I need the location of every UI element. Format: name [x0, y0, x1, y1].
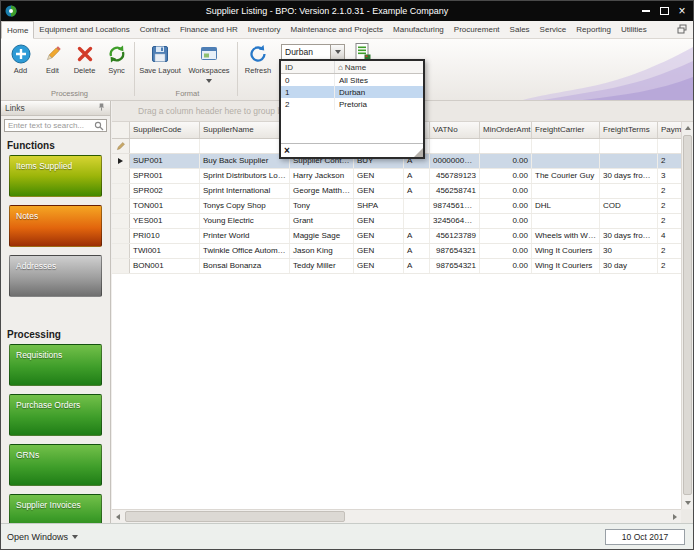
table-row[interactable]: TWI001 Twinkle Office Automation Jason K… — [112, 244, 681, 259]
lookup-cell-name: Pretoria — [335, 98, 423, 110]
lookup-row-all-sites[interactable]: 0 All Sites — [281, 74, 423, 86]
horizontal-scroll-thumb[interactable] — [125, 511, 345, 522]
save-icon — [149, 43, 171, 65]
vertical-scrollbar[interactable] — [681, 122, 693, 509]
cell: 2 — [658, 154, 681, 168]
refresh-button-label: Refresh — [245, 66, 271, 75]
cell: GEN — [354, 169, 404, 183]
cell — [600, 184, 658, 198]
maximize-button[interactable] — [655, 2, 673, 20]
tab-utilities[interactable]: Utilities — [616, 21, 652, 38]
table-row[interactable]: BON001 Bonsai Bonanza Teddy Miller GEN A… — [112, 259, 681, 274]
sidebar-item-notes[interactable]: Notes — [9, 205, 102, 247]
lookup-column-id[interactable]: ID — [281, 61, 335, 73]
cell: A — [404, 259, 430, 273]
refresh-button[interactable]: Refresh — [241, 41, 275, 87]
vertical-scroll-thumb[interactable] — [683, 135, 692, 495]
tab-manufacturing[interactable]: Manufacturing — [388, 21, 449, 38]
sidebar-item-purchase-orders[interactable]: Purchase Orders — [9, 394, 102, 436]
column-header-supplier-code[interactable]: SupplierCode — [130, 122, 200, 138]
edit-button[interactable]: Edit — [37, 41, 68, 87]
table-row[interactable]: SPR001 Sprint Distributors Local Harry J… — [112, 169, 681, 184]
table-row[interactable]: SPR002 Sprint International George Matth… — [112, 184, 681, 199]
table-row[interactable]: PRI010 Printer World Maggie Sage GEN A 4… — [112, 229, 681, 244]
column-header-freight-carrier[interactable]: FreightCarrier — [532, 122, 600, 138]
pencil-icon — [116, 142, 125, 151]
tab-maintenance-and-projects[interactable]: Maintenance and Projects — [286, 21, 389, 38]
date-display[interactable]: 10 Oct 2017 — [605, 529, 685, 545]
add-button-label: Add — [14, 66, 27, 75]
column-header-supplier-name[interactable]: SupplierName — [200, 122, 290, 138]
workspaces-button[interactable]: Workspaces — [184, 41, 234, 87]
minimize-button[interactable] — [637, 2, 655, 20]
search-input[interactable] — [5, 121, 94, 130]
tab-equipment-and-locations[interactable]: Equipment and Locations — [34, 21, 134, 38]
cell — [532, 154, 600, 168]
tab-finance-and-hr[interactable]: Finance and HR — [175, 21, 243, 38]
scroll-up-button[interactable] — [682, 122, 693, 134]
arrow-left-icon — [116, 514, 120, 520]
cell: DHL — [532, 199, 600, 213]
pin-button[interactable] — [97, 102, 106, 114]
site-filter-dropdown-button[interactable] — [330, 45, 344, 59]
add-button[interactable]: Add — [5, 41, 36, 87]
tab-sales[interactable]: Sales — [505, 21, 535, 38]
save-layout-button[interactable]: Save Layout — [138, 41, 182, 87]
sidebar-item-supplier-invoices[interactable]: Supplier Invoices — [9, 494, 102, 523]
cell: 456789123 — [430, 169, 480, 183]
cell — [600, 154, 658, 168]
horizontal-scrollbar[interactable] — [112, 509, 681, 523]
sidebar-item-grns[interactable]: GRNs — [9, 444, 102, 486]
open-windows-button[interactable]: Open Windows — [7, 532, 78, 542]
table-row[interactable]: YES001 Young Electric Grant GEN 32450646… — [112, 214, 681, 229]
cell: 30 days from delivery — [600, 229, 658, 243]
status-bar: Open Windows 10 Oct 2017 — [1, 523, 693, 549]
table-row[interactable]: TON001 Tonys Copy Shop Tony SHPA 9874561… — [112, 199, 681, 214]
sidebar-item-addresses[interactable]: Addresses — [9, 255, 102, 297]
save-layout-button-label: Save Layout — [139, 66, 181, 75]
sidebar-item-items-supplied[interactable]: Items Supplied — [9, 155, 102, 197]
pin-icon — [97, 102, 106, 112]
close-button[interactable]: × — [673, 2, 691, 20]
lookup-row-pretoria[interactable]: 2 Pretoria — [281, 98, 423, 110]
lookup-row-durban[interactable]: 1 Durban — [281, 86, 423, 98]
cell: A — [404, 169, 430, 183]
scroll-right-button[interactable] — [669, 510, 681, 523]
child-restore-button[interactable] — [677, 24, 687, 36]
site-filter-combobox[interactable]: Durban — [281, 44, 345, 60]
search-icon[interactable] — [94, 121, 104, 131]
cell: Harry Jackson — [290, 169, 354, 183]
column-header-vat-no[interactable]: VATNo — [430, 122, 480, 138]
cell: George Matthews — [290, 184, 354, 198]
column-header-min-order-amt[interactable]: MinOrderAmt — [480, 122, 532, 138]
resize-grip[interactable] — [414, 148, 423, 157]
chevron-down-icon — [335, 50, 341, 54]
tab-procurement[interactable]: Procurement — [449, 21, 505, 38]
row-indicator — [112, 199, 130, 213]
sidebar-item-requisitions[interactable]: Requisitions — [9, 344, 102, 386]
tab-home[interactable]: Home — [1, 21, 34, 39]
delete-button[interactable]: Delete — [69, 41, 100, 87]
scroll-left-button[interactable] — [112, 510, 124, 523]
column-header-payment-terms[interactable]: PaymentTerms — [658, 122, 681, 138]
cell: Tonys Copy Shop — [200, 199, 290, 213]
lookup-column-name[interactable]: ⌂Name — [335, 63, 423, 72]
ribbon-decoration — [523, 39, 693, 100]
cell: 2 — [658, 214, 681, 228]
clear-selection-button[interactable]: × — [284, 146, 290, 156]
tab-service[interactable]: Service — [535, 21, 572, 38]
tab-reporting[interactable]: Reporting — [571, 21, 616, 38]
cell: 0.00 — [480, 199, 532, 213]
sync-button[interactable]: Sync — [101, 41, 132, 87]
cell: 2 — [658, 244, 681, 258]
search-box — [4, 119, 107, 132]
cell: Buy Back Supplier — [200, 154, 290, 168]
chevron-down-icon — [72, 535, 78, 539]
cell: BON001 — [130, 259, 200, 273]
scroll-down-button[interactable] — [682, 497, 693, 509]
maximize-icon — [660, 7, 669, 15]
tab-contract[interactable]: Contract — [135, 21, 175, 38]
cell: 9874561321 — [430, 199, 480, 213]
column-header-freight-terms[interactable]: FreightTerms — [600, 122, 658, 138]
tab-inventory[interactable]: Inventory — [243, 21, 286, 38]
